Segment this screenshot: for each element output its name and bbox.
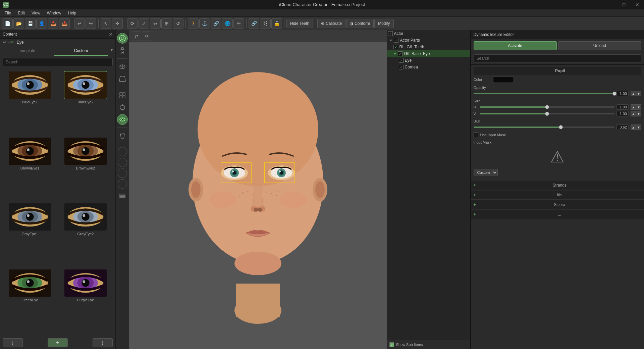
activate-btn[interactable]: Activate <box>474 41 557 50</box>
anchor-btn[interactable]: ⚓ <box>199 18 210 29</box>
calibrate-btn[interactable]: ⊕ Calibrate <box>317 19 345 28</box>
opacity-value[interactable]: 1.00 <box>616 91 629 96</box>
footer-link-btn[interactable]: ↕ <box>93 338 113 347</box>
content-close-btn[interactable]: ✕ <box>109 32 113 37</box>
size-h-down-btn[interactable]: ▼ <box>636 104 641 110</box>
link-btn[interactable]: 🔗 <box>249 18 259 29</box>
morph-btn[interactable] <box>117 61 128 72</box>
select-btn[interactable]: ↖ <box>101 18 111 29</box>
chain-btn[interactable]: 🔗 <box>211 18 221 29</box>
mode-body-btn[interactable] <box>117 45 128 56</box>
sclera-layer-btn[interactable]: + Sclera <box>471 200 644 209</box>
list-item[interactable]: GrayEye1 <box>3 203 57 267</box>
tree-item-eye[interactable]: ✓ Eye <box>387 57 470 64</box>
iris-layer-btn[interactable]: + Iris <box>471 191 644 200</box>
list-item[interactable]: GrayEye2 <box>58 203 113 267</box>
conform-btn[interactable]: ◑ Conform <box>346 19 374 28</box>
footer-add-btn[interactable]: + <box>48 338 68 347</box>
opacity-slider[interactable] <box>474 91 615 96</box>
unlink-btn[interactable]: ⛓ <box>260 18 271 29</box>
mirror-btn[interactable]: ⇔ <box>150 18 161 29</box>
move-btn[interactable]: ✛ <box>112 18 123 29</box>
tab-template[interactable]: Template <box>0 46 54 56</box>
strands-layer-btn[interactable]: + Strands <box>471 181 644 190</box>
opacity-up-btn[interactable]: ▲ <box>631 91 636 96</box>
search-input[interactable] <box>3 58 113 66</box>
circle-3[interactable] <box>118 168 127 178</box>
size-h-up-btn[interactable]: ▲ <box>631 104 636 110</box>
tree-checkbox-actor-parts[interactable]: ✓ <box>394 38 398 43</box>
new-btn[interactable]: 📄 <box>2 18 13 29</box>
bone-btn[interactable] <box>117 102 128 113</box>
tab-custom[interactable]: Custom <box>54 46 108 56</box>
rotate-mode-btn[interactable]: ⟳ <box>127 18 138 29</box>
color-swatch[interactable] <box>493 76 513 83</box>
minimize-btn[interactable]: ─ <box>604 0 617 9</box>
cloth-btn[interactable] <box>117 131 128 141</box>
custom-dropdown-select[interactable]: Custom <box>474 169 498 176</box>
menu-edit[interactable]: Edit <box>14 10 28 16</box>
redo-btn[interactable]: ↪ <box>86 18 96 29</box>
menu-help[interactable]: Help <box>65 10 80 16</box>
walk-btn[interactable]: 🚶 <box>188 18 199 29</box>
blur-up-btn[interactable]: ▲ <box>631 124 636 130</box>
snap-btn[interactable]: ⊞ <box>161 18 172 29</box>
tree-item-teeth[interactable]: ✓ RL_G6_Teeth <box>387 44 470 50</box>
tree-item-base-eye[interactable]: ▼ ✓ G6_Base_Eye <box>387 50 470 57</box>
tabs-expand-btn[interactable]: ▾ <box>108 46 115 56</box>
menu-file[interactable]: File <box>1 10 14 16</box>
size-h-value[interactable]: 1.00 <box>616 104 629 110</box>
person-btn[interactable]: 👤 <box>36 18 47 29</box>
tree-checkbox-base-eye[interactable]: ✓ <box>398 51 402 56</box>
circle-1[interactable] <box>118 147 127 156</box>
tree-checkbox-actor[interactable]: ✓ <box>388 31 393 36</box>
tree-checkbox-cornea[interactable]: ✓ <box>399 65 404 69</box>
size-v-value[interactable]: 1.00 <box>616 111 629 116</box>
use-input-mask-checkbox[interactable] <box>474 133 478 137</box>
layers-btn[interactable] <box>117 190 128 201</box>
viewport[interactable]: ⇄ ↺ <box>129 30 387 349</box>
globe-btn[interactable]: 🌐 <box>222 18 233 29</box>
tree-item-actor[interactable]: ✓ Actor <box>387 30 470 37</box>
size-h-slider[interactable] <box>480 104 615 110</box>
size-v-down-btn[interactable]: ▼ <box>636 111 641 116</box>
size-v-slider[interactable] <box>480 111 615 116</box>
blur-slider[interactable] <box>474 124 615 130</box>
vp-refresh-btn[interactable]: ↺ <box>142 32 151 41</box>
circle-4[interactable] <box>118 179 127 189</box>
tree-item-cornea[interactable]: ✓ Cornea <box>387 64 470 70</box>
unload-btn[interactable]: Unload <box>558 41 641 50</box>
list-item[interactable]: BrownEye2 <box>58 137 113 202</box>
rotate2-btn[interactable]: ↺ <box>173 18 183 29</box>
pupil-collapse-btn[interactable]: − <box>476 68 482 73</box>
size-v-up-btn[interactable]: ▲ <box>631 111 636 116</box>
tree-checkbox-eye[interactable]: ✓ <box>399 58 404 63</box>
open-btn[interactable]: 📂 <box>13 18 24 29</box>
opacity-down-btn[interactable]: ▼ <box>636 91 641 96</box>
modify-btn[interactable]: Modify <box>374 19 393 28</box>
texture-btn[interactable] <box>117 90 128 101</box>
blur-value[interactable]: 0.62 <box>616 124 629 130</box>
vp-swap-btn[interactable]: ⇄ <box>132 32 141 41</box>
menu-view[interactable]: View <box>28 10 44 16</box>
eye-mode-btn[interactable] <box>117 114 128 125</box>
mode-face-btn[interactable] <box>117 33 128 44</box>
undo-btn[interactable]: ↩ <box>74 18 85 29</box>
list-item[interactable]: BrownEye1 <box>3 137 57 202</box>
list-item[interactable]: BlueEye1 <box>3 71 57 136</box>
close-btn[interactable]: ✕ <box>631 0 644 9</box>
list-item[interactable]: BlueEye2 <box>58 71 113 136</box>
export-btn[interactable]: 📤 <box>59 18 70 29</box>
tree-item-actor-parts[interactable]: ▼ ✓ Actor Parts <box>387 37 470 44</box>
menu-window[interactable]: Window <box>44 10 65 16</box>
import-btn[interactable]: 📥 <box>48 18 58 29</box>
hide-teeth-btn[interactable]: Hide Teeth <box>286 19 313 28</box>
pencil-btn[interactable]: ✏ <box>233 18 244 29</box>
maximize-btn[interactable]: □ <box>617 0 631 9</box>
save-btn[interactable]: 💾 <box>25 18 36 29</box>
scale-btn[interactable]: ⤢ <box>139 18 149 29</box>
list-item[interactable]: PurpleEye <box>58 269 113 334</box>
constraint-btn[interactable]: 🔒 <box>271 18 282 29</box>
circle-2[interactable] <box>118 158 127 167</box>
breadcrumb-back-btn[interactable]: ↩ <box>3 40 6 45</box>
